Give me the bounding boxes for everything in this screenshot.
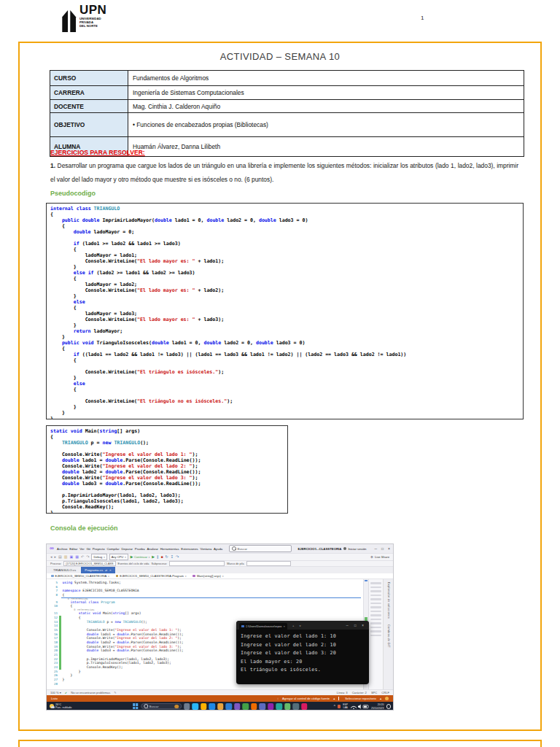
save-icon[interactable]: ▣ (70, 555, 74, 559)
panel-tab-cambios-de-git[interactable]: Cambios de GIT (387, 624, 390, 648)
code-line: double ladoMayor = 0; (50, 229, 523, 235)
console-maximize-icon[interactable]: □ (354, 624, 357, 627)
minimize-icon[interactable]: ─ (375, 546, 378, 551)
tab-triangulo-cs[interactable]: TRIANGULO.cs (50, 567, 79, 573)
menu-item-proyecto[interactable]: Proyecto (93, 547, 105, 551)
new-file-icon[interactable]: ▤ (58, 555, 62, 559)
language-indicator[interactable]: ESPLAA (343, 704, 348, 710)
tray-expand-icon[interactable]: ^ (334, 705, 335, 708)
maximize-icon[interactable]: □ (381, 546, 384, 551)
menu-item-git[interactable]: Git (86, 547, 90, 551)
process-dropdown[interactable]: [17120] EJERCICIO1_SEM10_CLASS (63, 561, 115, 567)
menu-item-compilar[interactable]: Compilar (106, 547, 119, 551)
stack-frame-dropdown[interactable] (246, 561, 291, 567)
taskbar-app-icon[interactable] (268, 703, 274, 710)
taskbar-app-icon[interactable] (234, 703, 241, 710)
taskbar-search[interactable]: Buscar (141, 703, 182, 709)
taskbar-app-icon[interactable] (301, 703, 308, 710)
menu-item-herramientas[interactable]: Herramientas (160, 547, 179, 551)
breadcrumb-item[interactable]: EJERCICIO1_SEM10_CLASSTEORIA▾ (51, 574, 109, 578)
console-tab[interactable]: C:\Users\Danna\source\repos × (239, 623, 287, 630)
zoom-dropdown[interactable]: 100 % ▾ (50, 691, 61, 694)
code-line: { (50, 357, 523, 363)
tab-dropdown-icon[interactable]: v (299, 624, 300, 627)
line-indicator: Línea: 3 (337, 691, 348, 694)
save-all-icon[interactable]: ▦ (75, 555, 79, 559)
code-line: internal class TRIANGULO (50, 206, 523, 212)
navigate-back-icon[interactable]: ◂ (50, 555, 52, 559)
console-minimize-icon[interactable]: ─ (346, 624, 348, 627)
spaces-indicator[interactable]: SPC (371, 691, 377, 694)
step-into-icon[interactable]: ↧ (171, 555, 174, 559)
vs-code-editor[interactable]: 5using System.Threading.Tasks;6 7namespa… (47, 579, 393, 689)
add-source-control-button[interactable]: Agregar al control de código fuente (282, 697, 330, 700)
breadcrumb-item[interactable]: Main(string[] args)▾ (192, 574, 223, 578)
taskbar-app-icon[interactable] (259, 703, 265, 710)
vs-search-box[interactable]: Buscar (229, 545, 292, 552)
close-icon[interactable]: × (388, 546, 390, 551)
navigate-forward-icon[interactable]: ▸ (55, 555, 57, 559)
menu-item-ayuda[interactable]: Ayuda (214, 547, 222, 551)
annotation-mark (370, 603, 381, 605)
annotation-mark (370, 582, 381, 584)
menu-item-prueba[interactable]: Prueba (135, 547, 145, 551)
taskbar-app-icon[interactable] (201, 703, 207, 710)
menu-item-analizar[interactable]: Analizar (147, 547, 158, 551)
taskbar-app-icon[interactable] (209, 703, 215, 710)
taskbar-app-icon[interactable] (217, 703, 224, 710)
table-row-value: Ingeniería de Sistemas Computacionales (128, 86, 524, 100)
open-file-icon[interactable]: ▥ (64, 555, 68, 559)
thread-dropdown[interactable] (169, 561, 225, 567)
menu-item-ventana[interactable]: Ventana (201, 547, 212, 551)
taskbar-app-icon[interactable] (192, 703, 198, 710)
table-row-label: DOCENTE (50, 100, 128, 113)
platform-dropdown[interactable]: Any CPU▾ (109, 554, 128, 560)
notification-bell-icon[interactable] (385, 697, 389, 700)
debug-target-dropdown[interactable]: Debug▾ (91, 554, 106, 560)
restart-icon[interactable]: ↻ (166, 555, 168, 559)
menu-item-editar[interactable]: Editar (69, 547, 77, 551)
menu-item-extensiones[interactable]: Extensiones (181, 547, 198, 551)
taskbar-app-icon[interactable] (225, 703, 232, 710)
tab-close-icon[interactable]: × (284, 624, 285, 628)
continue-play-icon[interactable]: ▶ (152, 555, 155, 559)
menu-item-archivo[interactable]: Archivo (57, 547, 67, 551)
taskbar-app-icon[interactable] (284, 703, 291, 710)
tab-programa-cs[interactable]: Programa.cs⇄× (81, 567, 114, 573)
taskbar-app-icon[interactable] (184, 703, 190, 710)
undo-icon[interactable]: ↶ (81, 555, 84, 559)
sign-in-button[interactable]: Iniciar sesión (343, 547, 366, 551)
continue-button[interactable]: ▶ Continuar ▾ (131, 555, 150, 559)
breadcrumb-item[interactable]: EJERCICIO1_SEM10_CLASSTEORIA.Program▾ (116, 574, 187, 578)
taskbar-clock[interactable]: 20:20 25/10/2023 (371, 703, 384, 709)
lifecycle-label[interactable]: Eventos del ciclo de vida (118, 562, 149, 565)
code-text: { (63, 593, 65, 597)
volume-icon (358, 705, 361, 709)
select-repository-button[interactable]: Seleccionar repositorio (345, 697, 376, 700)
new-tab-icon[interactable]: + (292, 624, 294, 627)
break-all-icon[interactable]: ∥ (157, 555, 159, 559)
annotation-mark (370, 635, 381, 637)
eol-indicator[interactable]: CRLF (381, 691, 389, 694)
console-close-icon[interactable]: × (362, 624, 364, 627)
tab-pin-icon[interactable]: ⇄ (105, 569, 107, 572)
taskbar-app-icon[interactable] (251, 703, 257, 710)
security-icon[interactable] (338, 705, 341, 708)
taskbar-app-icon[interactable] (242, 703, 249, 710)
tray-status-icons[interactable] (350, 703, 369, 710)
menu-item-ver[interactable]: Ver (79, 547, 84, 551)
tab-close-icon[interactable]: × (109, 568, 112, 572)
menu-item-depurar[interactable]: Depurar (121, 547, 133, 551)
step-over-icon[interactable]: ↷ (176, 555, 179, 559)
panel-tab-explorador-de-soluciones[interactable]: Explorador de soluciones (387, 582, 390, 619)
stop-debug-icon[interactable]: ■ (161, 555, 163, 559)
taskbar-app-icon[interactable] (292, 703, 299, 710)
weather-widget[interactable]: 26°C Parc. nublado (50, 703, 71, 709)
start-button[interactable] (133, 703, 139, 709)
taskbar-app-icon[interactable] (276, 703, 282, 710)
notification-center-icon[interactable] (386, 704, 392, 709)
live-share-button[interactable]: ◈ Live Share (370, 555, 389, 559)
redo-icon[interactable]: ↷ (86, 555, 89, 559)
pencil-icon[interactable]: ✎ (114, 691, 116, 694)
console-window[interactable]: C:\Users\Danna\source\repos × + v ─ □ × … (236, 621, 369, 684)
